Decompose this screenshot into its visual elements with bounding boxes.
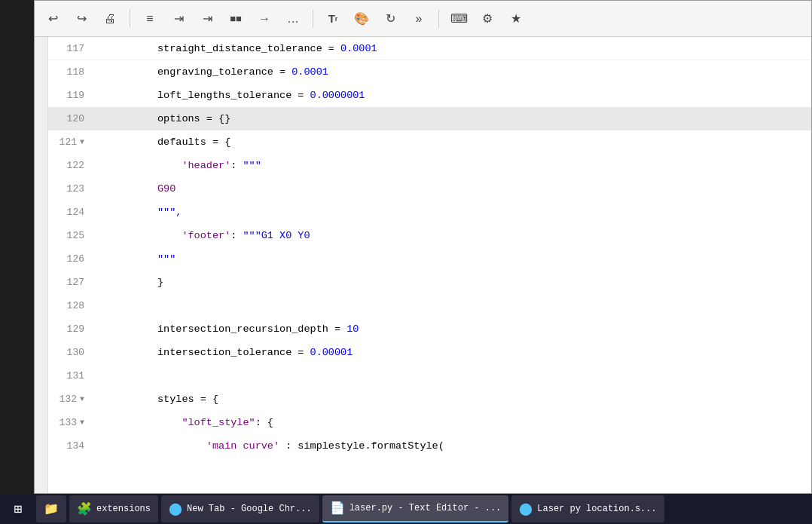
expand-button[interactable]: » — [407, 7, 431, 31]
fold-arrow[interactable]: ▼ — [80, 388, 84, 411]
code-text: 'main curve' : simplestyle.formatStyle( — [93, 411, 444, 481]
font-button[interactable]: Tr — [321, 7, 345, 31]
taskbar-item-explorer[interactable]: 📁 — [36, 495, 66, 522]
separator-2 — [313, 10, 313, 28]
refresh-button[interactable]: ↻ — [378, 7, 402, 31]
start-button[interactable]: ⊞ — [3, 495, 33, 522]
taskbar-item-label: New Tab - Google Chr... — [187, 504, 312, 514]
line-number: 126 — [48, 247, 93, 271]
print-button[interactable]: 🖨 — [98, 7, 122, 31]
laser-icon: ⬤ — [519, 501, 533, 516]
line-number: 125 — [48, 224, 93, 247]
line-number: 133 ▼ — [48, 411, 93, 434]
fold-arrow[interactable]: ▼ — [80, 130, 84, 154]
line-number: 130 — [48, 341, 93, 364]
line-number: 119 — [48, 84, 93, 107]
line-number: 120 — [48, 107, 93, 130]
separator-3 — [438, 10, 439, 28]
keyboard-button[interactable]: ⌨ — [447, 7, 471, 31]
tab-button[interactable]: → — [252, 7, 276, 31]
taskbar-item-chrome[interactable]: ⬤ New Tab - Google Chr... — [161, 495, 319, 522]
line-number: 121 ▼ — [48, 130, 93, 154]
line-number: 127 — [48, 271, 93, 294]
line-number: 131 — [48, 364, 93, 388]
taskbar-item-label: extensions — [96, 504, 151, 514]
line-number: 118 — [48, 60, 93, 84]
toolbar: ↩ ↪ 🖨 ≡ ⇥ ⇥ ■■ → … Tr 🎨 ↻ » ⌨ ⚙ ★ — [35, 1, 811, 37]
indent-button[interactable]: ⇥ — [195, 7, 219, 31]
line-number: 123 — [48, 177, 93, 201]
taskbar-item-laser[interactable]: ⬤ Laser py location.s... — [511, 495, 664, 522]
explorer-icon: 📁 — [44, 501, 59, 516]
line-number: 122 — [48, 154, 93, 177]
chrome-icon: ⬤ — [169, 501, 182, 516]
extensions-icon: 🧩 — [77, 501, 92, 516]
line-number: 134 — [48, 434, 93, 458]
taskbar: ⊞ 📁 🧩 extensions ⬤ New Tab - Google Chr.… — [0, 494, 812, 524]
editor-content[interactable]: 117 straight_distance_tolerance = 0.0001… — [48, 37, 811, 493]
settings-button[interactable]: ⚙ — [475, 7, 499, 31]
table-row: 130 intersection_tolerance = 0.00001 — [48, 341, 811, 364]
taskbar-item-label: laser.py - Text Editor - ... — [350, 503, 502, 513]
line-number: 129 — [48, 317, 93, 341]
line-number: 132 ▼ — [48, 388, 93, 411]
taskbar-item-extensions[interactable]: 🧩 extensions — [69, 495, 158, 522]
line-number: 124 — [48, 201, 93, 224]
fold-arrow[interactable]: ▼ — [80, 411, 84, 434]
list-button[interactable]: ≡ — [138, 7, 162, 31]
code-area: 117 straight_distance_tolerance = 0.0001… — [35, 37, 811, 493]
editor-window: ↩ ↪ 🖨 ≡ ⇥ ⇥ ■■ → … Tr 🎨 ↻ » ⌨ ⚙ ★ 117 — [34, 0, 812, 494]
taskbar-item-editor[interactable]: 📄 laser.py - Text Editor - ... — [322, 495, 509, 522]
separator-1 — [130, 10, 130, 28]
more-button[interactable]: … — [281, 7, 305, 31]
editor-icon: 📄 — [330, 501, 345, 516]
star-button[interactable]: ★ — [504, 7, 528, 31]
table-row: 127 } — [48, 271, 811, 294]
left-chrome — [35, 37, 48, 493]
palette-button[interactable]: 🎨 — [350, 7, 374, 31]
taskbar-item-label: Laser py location.s... — [537, 504, 656, 514]
outdent-button[interactable]: ⇥ — [166, 7, 191, 31]
undo-button[interactable]: ↩ — [41, 7, 65, 31]
table-row: 134 'main curve' : simplestyle.formatSty… — [48, 434, 811, 458]
line-number: 128 — [48, 294, 93, 317]
table-button[interactable]: ■■ — [224, 7, 248, 31]
redo-button[interactable]: ↪ — [69, 7, 93, 31]
line-number: 117 — [48, 37, 93, 60]
